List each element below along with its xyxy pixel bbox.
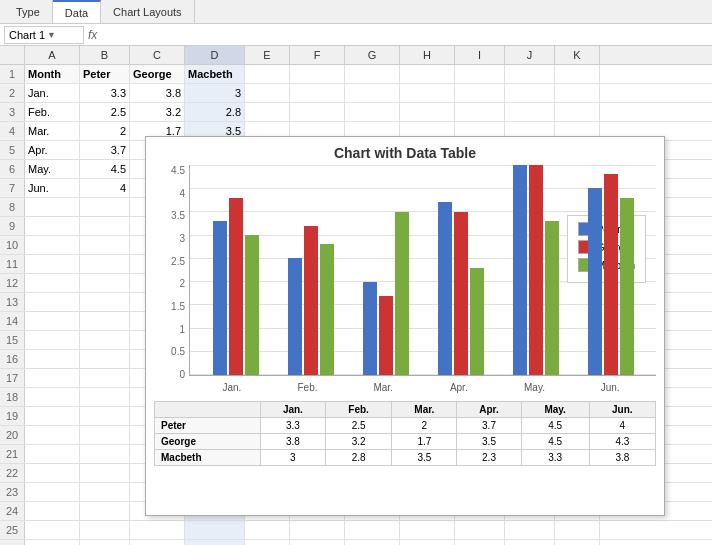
cell-b4[interactable]: 2 [80, 122, 130, 140]
cell-c1[interactable]: George [130, 65, 185, 83]
cell-g25[interactable] [345, 521, 400, 539]
cell-k3[interactable] [555, 103, 600, 121]
cell-b12[interactable] [80, 274, 130, 292]
cell-a18[interactable] [25, 388, 80, 406]
cell-a4[interactable]: Mar. [25, 122, 80, 140]
cell-j25[interactable] [505, 521, 555, 539]
col-header-f[interactable]: F [290, 46, 345, 64]
col-header-b[interactable]: B [80, 46, 130, 64]
cell-a10[interactable] [25, 236, 80, 254]
cell-d25[interactable] [185, 521, 245, 539]
cell-h26[interactable] [400, 540, 455, 545]
cell-k25[interactable] [555, 521, 600, 539]
col-header-k[interactable]: K [555, 46, 600, 64]
cell-g3[interactable] [345, 103, 400, 121]
cell-i26[interactable] [455, 540, 505, 545]
col-header-i[interactable]: I [455, 46, 505, 64]
cell-e2[interactable] [245, 84, 290, 102]
cell-e1[interactable] [245, 65, 290, 83]
cell-a15[interactable] [25, 331, 80, 349]
cell-b10[interactable] [80, 236, 130, 254]
cell-d3[interactable]: 2.8 [185, 103, 245, 121]
name-box[interactable]: Chart 1 ▼ [4, 26, 84, 44]
cell-a7[interactable]: Jun. [25, 179, 80, 197]
cell-b22[interactable] [80, 464, 130, 482]
cell-h1[interactable] [400, 65, 455, 83]
cell-a19[interactable] [25, 407, 80, 425]
cell-a3[interactable]: Feb. [25, 103, 80, 121]
cell-b6[interactable]: 4.5 [80, 160, 130, 178]
col-header-a[interactable]: A [25, 46, 80, 64]
cell-a16[interactable] [25, 350, 80, 368]
cell-h2[interactable] [400, 84, 455, 102]
cell-k26[interactable] [555, 540, 600, 545]
cell-a24[interactable] [25, 502, 80, 520]
cell-b24[interactable] [80, 502, 130, 520]
cell-f26[interactable] [290, 540, 345, 545]
cell-j26[interactable] [505, 540, 555, 545]
cell-b1[interactable]: Peter [80, 65, 130, 83]
cell-d1[interactable]: Macbeth [185, 65, 245, 83]
cell-b8[interactable] [80, 198, 130, 216]
col-header-j[interactable]: J [505, 46, 555, 64]
cell-a1[interactable]: Month [25, 65, 80, 83]
cell-c2[interactable]: 3.8 [130, 84, 185, 102]
cell-a9[interactable] [25, 217, 80, 235]
cell-b7[interactable]: 4 [80, 179, 130, 197]
cell-f25[interactable] [290, 521, 345, 539]
cell-b3[interactable]: 2.5 [80, 103, 130, 121]
cell-b14[interactable] [80, 312, 130, 330]
col-header-c[interactable]: C [130, 46, 185, 64]
tab-type[interactable]: Type [4, 0, 53, 23]
cell-d26[interactable] [185, 540, 245, 545]
cell-f2[interactable] [290, 84, 345, 102]
cell-a25[interactable] [25, 521, 80, 539]
cell-b2[interactable]: 3.3 [80, 84, 130, 102]
cell-f1[interactable] [290, 65, 345, 83]
cell-a26[interactable] [25, 540, 80, 545]
cell-c3[interactable]: 3.2 [130, 103, 185, 121]
cell-a12[interactable] [25, 274, 80, 292]
cell-e3[interactable] [245, 103, 290, 121]
cell-g2[interactable] [345, 84, 400, 102]
cell-b11[interactable] [80, 255, 130, 273]
cell-b9[interactable] [80, 217, 130, 235]
cell-b26[interactable] [80, 540, 130, 545]
cell-i2[interactable] [455, 84, 505, 102]
cell-k1[interactable] [555, 65, 600, 83]
cell-b15[interactable] [80, 331, 130, 349]
cell-h25[interactable] [400, 521, 455, 539]
cell-a20[interactable] [25, 426, 80, 444]
cell-i1[interactable] [455, 65, 505, 83]
cell-b20[interactable] [80, 426, 130, 444]
cell-e25[interactable] [245, 521, 290, 539]
cell-g1[interactable] [345, 65, 400, 83]
cell-j3[interactable] [505, 103, 555, 121]
cell-a23[interactable] [25, 483, 80, 501]
col-header-d[interactable]: D [185, 46, 245, 64]
cell-b21[interactable] [80, 445, 130, 463]
cell-b23[interactable] [80, 483, 130, 501]
cell-b19[interactable] [80, 407, 130, 425]
cell-b5[interactable]: 3.7 [80, 141, 130, 159]
chart-container[interactable]: Chart with Data Table 4.543.532.521.510.… [145, 136, 665, 516]
tab-chart-layouts[interactable]: Chart Layouts [101, 0, 194, 23]
col-header-e[interactable]: E [245, 46, 290, 64]
col-header-h[interactable]: H [400, 46, 455, 64]
cell-h3[interactable] [400, 103, 455, 121]
cell-a14[interactable] [25, 312, 80, 330]
cell-i3[interactable] [455, 103, 505, 121]
cell-a22[interactable] [25, 464, 80, 482]
cell-b18[interactable] [80, 388, 130, 406]
cell-a5[interactable]: Apr. [25, 141, 80, 159]
cell-c25[interactable] [130, 521, 185, 539]
cell-b25[interactable] [80, 521, 130, 539]
cell-b13[interactable] [80, 293, 130, 311]
cell-a11[interactable] [25, 255, 80, 273]
cell-a21[interactable] [25, 445, 80, 463]
cell-g26[interactable] [345, 540, 400, 545]
cell-i25[interactable] [455, 521, 505, 539]
cell-k2[interactable] [555, 84, 600, 102]
tab-data[interactable]: Data [53, 0, 101, 23]
cell-b16[interactable] [80, 350, 130, 368]
